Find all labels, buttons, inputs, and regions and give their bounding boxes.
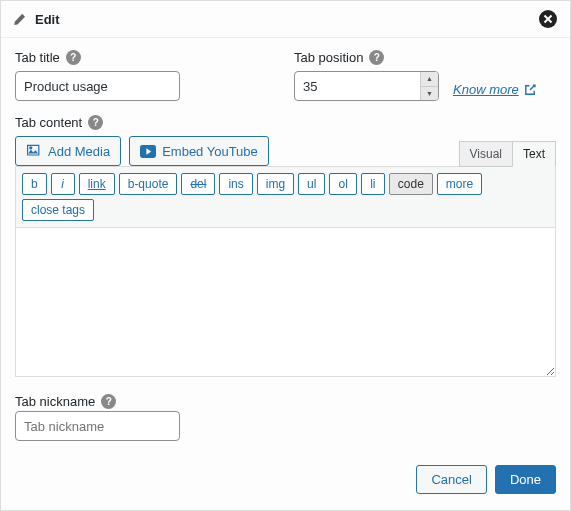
toolbar-link[interactable]: link bbox=[79, 173, 115, 195]
embed-youtube-button[interactable]: Embed YouTube bbox=[129, 136, 269, 166]
toolbar-more[interactable]: more bbox=[437, 173, 482, 195]
media-row: Add Media Embed YouTube Visual Text bbox=[15, 136, 556, 166]
tab-position-spinner: ▲ ▼ bbox=[294, 71, 439, 101]
cancel-button[interactable]: Cancel bbox=[416, 465, 486, 494]
nickname-section: Tab nickname ? bbox=[15, 394, 556, 441]
tab-title-field: Tab title ? bbox=[15, 50, 180, 101]
close-icon[interactable] bbox=[538, 9, 558, 29]
svg-point-1 bbox=[29, 146, 32, 149]
toolbar-ul[interactable]: ul bbox=[298, 173, 325, 195]
tab-title-input[interactable] bbox=[15, 71, 180, 101]
help-icon[interactable]: ? bbox=[369, 50, 384, 65]
know-more-link[interactable]: Know more bbox=[453, 82, 537, 97]
toolbar-li[interactable]: li bbox=[361, 173, 385, 195]
media-icon bbox=[26, 143, 42, 159]
dialog-body: Tab title ? Tab position ? ▲ ▼ bbox=[1, 38, 570, 510]
toolbar-bquote[interactable]: b-quote bbox=[119, 173, 178, 195]
nickname-label-row: Tab nickname ? bbox=[15, 394, 556, 409]
toolbar-bold[interactable]: b bbox=[22, 173, 47, 195]
dialog-title: Edit bbox=[35, 12, 60, 27]
toolbar-ol[interactable]: ol bbox=[329, 173, 356, 195]
youtube-icon bbox=[140, 145, 156, 158]
content-textarea[interactable] bbox=[15, 227, 556, 377]
dialog-footer: Cancel Done bbox=[15, 465, 556, 494]
visual-tab[interactable]: Visual bbox=[459, 141, 512, 167]
top-row: Tab title ? Tab position ? ▲ ▼ bbox=[15, 50, 556, 101]
tab-position-label: Tab position bbox=[294, 50, 363, 65]
add-media-button[interactable]: Add Media bbox=[15, 136, 121, 166]
toolbar-img[interactable]: img bbox=[257, 173, 294, 195]
external-link-icon bbox=[523, 83, 537, 97]
tab-position-field: Tab position ? ▲ ▼ bbox=[294, 50, 439, 101]
tab-content-label-row: Tab content ? bbox=[15, 115, 556, 130]
pencil-icon bbox=[13, 12, 27, 26]
help-icon[interactable]: ? bbox=[66, 50, 81, 65]
embed-youtube-label: Embed YouTube bbox=[162, 144, 258, 159]
done-button[interactable]: Done bbox=[495, 465, 556, 494]
nickname-label: Tab nickname bbox=[15, 394, 95, 409]
edit-dialog: Edit Tab title ? Tab position ? bbox=[0, 0, 571, 511]
spinner-down-icon[interactable]: ▼ bbox=[421, 87, 438, 101]
text-tab[interactable]: Text bbox=[512, 141, 556, 167]
nickname-input[interactable] bbox=[15, 411, 180, 441]
tab-title-label-row: Tab title ? bbox=[15, 50, 180, 65]
toolbar-italic[interactable]: i bbox=[51, 173, 75, 195]
spinner-buttons: ▲ ▼ bbox=[420, 72, 438, 100]
know-more-text: Know more bbox=[453, 82, 519, 97]
dialog-header: Edit bbox=[1, 1, 570, 38]
toolbar-close-tags[interactable]: close tags bbox=[22, 199, 94, 221]
tab-content-section: Tab content ? Add Media Embed YouTube bbox=[15, 115, 556, 380]
spinner-up-icon[interactable]: ▲ bbox=[421, 72, 438, 87]
header-left: Edit bbox=[13, 12, 60, 27]
tab-position-input[interactable] bbox=[294, 71, 439, 101]
editor-mode-tabs: Visual Text bbox=[459, 141, 556, 166]
help-icon[interactable]: ? bbox=[101, 394, 116, 409]
add-media-label: Add Media bbox=[48, 144, 110, 159]
tab-content-label: Tab content bbox=[15, 115, 82, 130]
toolbar-ins[interactable]: ins bbox=[219, 173, 252, 195]
tab-position-label-row: Tab position ? bbox=[294, 50, 439, 65]
help-icon[interactable]: ? bbox=[88, 115, 103, 130]
toolbar-del[interactable]: del bbox=[181, 173, 215, 195]
editor-toolbar: b i link b-quote del ins img ul ol li co… bbox=[15, 166, 556, 227]
tab-title-label: Tab title bbox=[15, 50, 60, 65]
toolbar-code[interactable]: code bbox=[389, 173, 433, 195]
